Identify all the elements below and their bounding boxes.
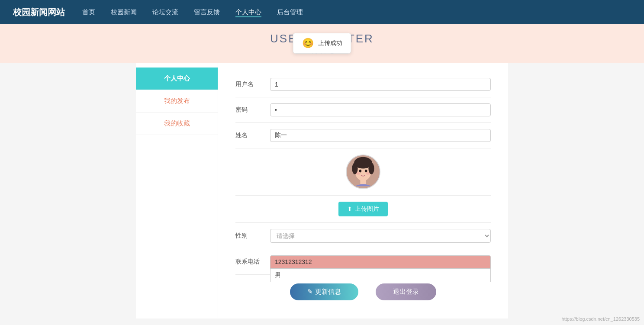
- watermark: https://blog.csdn.net/cn_1262330535: [562, 316, 640, 322]
- svg-point-5: [359, 170, 362, 173]
- nav-link-message[interactable]: 留言反馈: [194, 8, 220, 16]
- toast-text: 上传成功: [318, 39, 342, 47]
- phone-row: 联系电话 男: [235, 249, 491, 275]
- logout-button[interactable]: 退出登录: [376, 283, 436, 300]
- nav-link-home[interactable]: 首页: [82, 8, 95, 16]
- password-row: 密码: [235, 97, 491, 123]
- page-wrapper: USER / CENTER 个人中心 😊 上传成功 个人中心 我的发布 我的收藏: [0, 24, 644, 325]
- phone-dropdown-option[interactable]: 男: [270, 268, 491, 282]
- upload-icon: ⬆: [347, 206, 352, 212]
- main-content: 个人中心 我的发布 我的收藏 用户名 密码 姓名: [136, 63, 508, 319]
- upload-button[interactable]: ⬆ 上传图片: [338, 202, 388, 216]
- nav-item-profile[interactable]: 个人中心: [235, 8, 261, 16]
- nav-links: 首页 校园新闻 论坛交流 留言反馈 个人中心 后台管理: [82, 8, 303, 16]
- sidebar-item-myposts[interactable]: 我的发布: [136, 90, 218, 113]
- username-row: 用户名: [235, 72, 491, 97]
- nav-item-home[interactable]: 首页: [82, 8, 95, 16]
- update-label: 更新信息: [315, 288, 341, 295]
- svg-point-8: [366, 172, 370, 175]
- username-input[interactable]: [270, 78, 491, 91]
- sidebar-item-profile[interactable]: 个人中心: [136, 68, 218, 90]
- sidebar-label-favorites: 我的收藏: [164, 119, 190, 128]
- sidebar: 个人中心 我的发布 我的收藏: [136, 63, 218, 319]
- nav-item-news[interactable]: 校园新闻: [111, 8, 137, 16]
- nav-item-admin[interactable]: 后台管理: [277, 8, 303, 16]
- navbar: 校园新闻网站 首页 校园新闻 论坛交流 留言反馈 个人中心 后台管理: [0, 0, 644, 24]
- name-label: 姓名: [235, 132, 270, 139]
- phone-container: 男: [270, 255, 491, 268]
- toast-icon: 😊: [302, 38, 314, 49]
- nav-link-news[interactable]: 校园新闻: [111, 8, 137, 16]
- password-label: 密码: [235, 106, 270, 114]
- gender-select[interactable]: 请选择 男 女: [270, 229, 491, 243]
- update-button[interactable]: ✎ 更新信息: [290, 283, 358, 300]
- nav-link-profile[interactable]: 个人中心: [235, 8, 261, 17]
- hero-banner: USER / CENTER 个人中心 😊 上传成功: [0, 24, 644, 63]
- password-input[interactable]: [270, 103, 491, 116]
- svg-point-6: [365, 170, 367, 173]
- nav-link-forum[interactable]: 论坛交流: [152, 8, 178, 16]
- sidebar-item-favorites[interactable]: 我的收藏: [136, 113, 218, 135]
- nav-item-forum[interactable]: 论坛交流: [152, 8, 178, 16]
- svg-point-7: [356, 172, 361, 175]
- gender-label: 性别: [235, 232, 270, 240]
- update-icon: ✎: [307, 288, 315, 295]
- name-row: 姓名: [235, 123, 491, 148]
- nav-link-admin[interactable]: 后台管理: [277, 8, 303, 16]
- svg-rect-9: [360, 180, 366, 184]
- username-label: 用户名: [235, 80, 270, 88]
- gender-row: 性别 请选择 男 女: [235, 223, 491, 249]
- sidebar-label-myposts: 我的发布: [164, 97, 190, 105]
- form-area: 用户名 密码 姓名: [218, 63, 508, 319]
- upload-label: 上传图片: [355, 205, 379, 213]
- phone-input[interactable]: [270, 255, 491, 268]
- avatar-svg: [347, 154, 380, 189]
- avatar: [346, 154, 380, 189]
- toast-notification: 😊 上传成功: [293, 33, 351, 54]
- name-input[interactable]: [270, 129, 491, 142]
- phone-label: 联系电话: [235, 258, 270, 266]
- brand-logo: 校园新闻网站: [13, 6, 65, 18]
- nav-item-message[interactable]: 留言反馈: [194, 8, 220, 16]
- sidebar-label-profile: 个人中心: [164, 74, 190, 83]
- upload-row: ⬆ 上传图片: [235, 196, 491, 223]
- logout-label: 退出登录: [393, 288, 419, 295]
- avatar-row: [235, 148, 491, 196]
